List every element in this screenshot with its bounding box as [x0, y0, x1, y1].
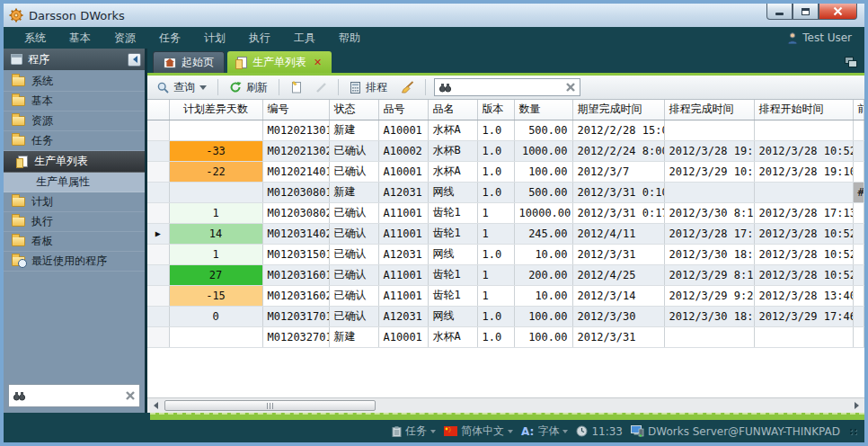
refresh-button[interactable]: 刷新 — [225, 78, 272, 97]
status-bar: 任务 简体中文 A: 字体 11:33 — [4, 420, 864, 442]
scroll-left-button[interactable] — [147, 398, 162, 413]
scroll-right-button[interactable] — [850, 398, 864, 413]
cell-sched_start: 2012/3/28 13:40 — [754, 285, 853, 306]
column-header-due[interactable]: 期望完成时间 — [572, 100, 664, 120]
menu-item-plan[interactable]: 计划 — [192, 28, 237, 49]
sidebar-search-clear-icon[interactable] — [126, 391, 135, 400]
sidebar-item-system[interactable]: 系统 — [4, 72, 145, 92]
cell-sched_start: 2012/3/28 17:13 — [754, 202, 853, 223]
column-header-item[interactable]: 品号 — [378, 100, 428, 120]
task-label: 任务 — [405, 424, 427, 439]
cell-ver: 1 — [477, 264, 514, 285]
toolbar-separator — [217, 79, 218, 95]
table-row[interactable]: -22M012021401已确认A10001水杯A1.0100.002012/3… — [147, 161, 864, 182]
sidebar-item-task[interactable]: 任务 — [4, 131, 145, 151]
table-row[interactable]: M012030801新建A12031网线1.0500.002012/3/31 0… — [147, 182, 864, 202]
cell-extra — [853, 285, 864, 306]
menu-item-help[interactable]: 帮助 — [327, 28, 372, 49]
table-row[interactable]: 1M012031501已确认A12031网线1.010.002012/3/312… — [147, 244, 864, 264]
user-icon — [787, 32, 798, 44]
table-row[interactable]: 27M012031601已确认A11001齿轮11200.002012/4/25… — [147, 264, 864, 285]
column-header-sched_end[interactable]: 排程完成时间 — [664, 100, 754, 120]
column-header-qty[interactable]: 数量 — [514, 100, 572, 120]
resize-grip[interactable] — [850, 429, 857, 434]
window-list-icon[interactable] — [845, 57, 857, 67]
table-row[interactable]: 1M012030802已确认A11001齿轮1110000.002012/3/3… — [147, 202, 864, 223]
font-menu[interactable]: A: 字体 — [521, 424, 568, 439]
cell-name: 网线 — [428, 244, 477, 264]
tab-close-icon[interactable]: ✕ — [314, 57, 322, 68]
sidebar-collapse-button[interactable] — [128, 53, 141, 67]
sidebar-item-label: 基本 — [31, 94, 53, 109]
sidebar-item-kanban[interactable]: 看板 — [4, 232, 145, 252]
table-row[interactable]: -15M012031602已确认A11001齿轮1110.002012/3/14… — [147, 285, 864, 306]
edit-button[interactable] — [311, 80, 332, 95]
column-header-no[interactable]: 编号 — [262, 100, 329, 120]
close-button[interactable] — [819, 4, 857, 20]
query-button[interactable]: 查询 — [153, 78, 211, 97]
horizontal-scrollbar[interactable] — [147, 397, 864, 413]
cell-ver: 1 — [477, 202, 514, 223]
column-header-name[interactable]: 品名 — [428, 100, 477, 120]
folder-icon — [12, 116, 25, 126]
clean-button[interactable] — [396, 79, 419, 95]
menu-item-execute[interactable]: 执行 — [237, 28, 282, 49]
tab-production-order-list[interactable]: 生产单列表✕ — [227, 51, 332, 73]
menu-item-resource[interactable]: 资源 — [102, 28, 147, 49]
cell-status: 已确认 — [329, 264, 378, 285]
cell-marker — [147, 306, 169, 326]
tab-start-page[interactable]: 起始页 — [153, 51, 225, 73]
table-row[interactable]: M012032701新建A10001水杯A1.0100.002012/3/31 — [147, 326, 864, 347]
cell-sched_start — [754, 326, 853, 347]
server-status: DWorks Server@FUNWAY-THINKPAD — [631, 425, 840, 438]
cell-no: M012031701 — [262, 306, 329, 326]
cell-status: 已确认 — [329, 306, 378, 326]
sidebar-item-plan[interactable]: 计划 — [4, 192, 145, 212]
cell-due: 2012/4/11 — [572, 223, 664, 244]
cell-marker — [147, 120, 169, 140]
schedule-button[interactable]: 排程 — [345, 78, 392, 97]
clipboard-icon — [392, 426, 402, 437]
table-row[interactable]: 0M012031701已确认A12031网线1.0100.002012/3/30… — [147, 306, 864, 326]
cell-extra — [853, 140, 864, 161]
sidebar-item-basic[interactable]: 基本 — [4, 92, 145, 112]
sidebar-item-execute[interactable]: 执行 — [4, 212, 145, 232]
column-header-diff[interactable]: 计划差异天数 — [169, 100, 262, 120]
scrollbar-thumb[interactable] — [164, 400, 376, 411]
column-header-status[interactable]: 状态 — [329, 100, 378, 120]
sidebar-search-input[interactable] — [29, 389, 122, 402]
menu-item-system[interactable]: 系统 — [13, 28, 58, 49]
column-header-sched_start[interactable]: 排程开始时间 — [754, 100, 853, 120]
menu-item-tools[interactable]: 工具 — [282, 28, 327, 49]
column-header-ver[interactable]: 版本 — [477, 100, 514, 120]
tab-label: 起始页 — [182, 55, 214, 70]
sidebar-item-recent-programs[interactable]: 最近使用的程序 — [4, 252, 145, 272]
sidebar-item-production-order-props[interactable]: 生产单属性 — [4, 173, 145, 192]
language-menu[interactable]: 简体中文 — [444, 424, 513, 439]
toolbar-search-clear-icon[interactable] — [566, 83, 575, 92]
restore-button[interactable] — [793, 4, 819, 20]
toolbar-search-input[interactable] — [455, 81, 562, 94]
table-row[interactable]: -33M012021302已确认A10002水杯B1.01000.002012/… — [147, 140, 864, 161]
column-header-marker[interactable] — [147, 100, 169, 120]
new-button[interactable] — [286, 79, 306, 95]
document-icon — [237, 57, 247, 68]
menu-item-basic[interactable]: 基本 — [58, 28, 102, 49]
menu-item-task[interactable]: 任务 — [147, 28, 192, 49]
minimize-button[interactable] — [766, 4, 793, 20]
cell-status: 新建 — [329, 120, 378, 140]
title-bar: Darsson DWorks — [4, 4, 864, 27]
task-menu[interactable]: 任务 — [392, 424, 436, 439]
sidebar-item-resource[interactable]: 资源 — [4, 112, 145, 131]
cell-extra — [853, 326, 864, 347]
table-row[interactable]: M012021301新建A10001水杯A1.0500.002012/2/28 … — [147, 120, 864, 140]
column-header-extra[interactable]: 前 — [853, 100, 864, 120]
cell-item: A10002 — [378, 140, 428, 161]
table-row[interactable]: ▶14M012031402已确认A11001齿轮11245.002012/4/1… — [147, 223, 864, 244]
sidebar-item-production-order-list[interactable]: 生产单列表 — [4, 151, 145, 173]
current-user[interactable]: Test User — [787, 31, 855, 44]
programs-icon — [11, 54, 22, 65]
cell-name: 网线 — [428, 182, 477, 202]
cell-status: 已确认 — [329, 285, 378, 306]
folder-clock-icon — [12, 256, 25, 266]
